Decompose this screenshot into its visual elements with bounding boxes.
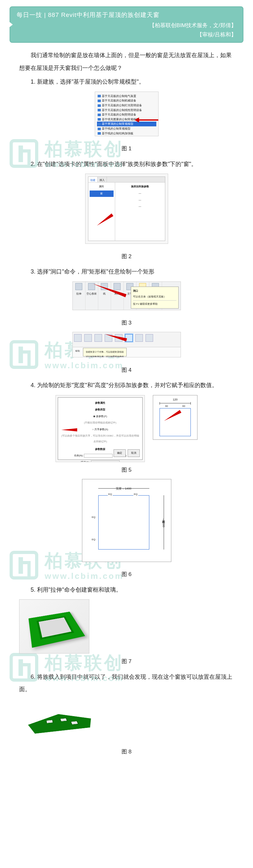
fig4-section: 绘制 [73,347,82,357]
fig2-panel-title: 族类别和族参数 [117,184,164,190]
step-5: 5. 利用"拉伸"命令创建窗框和玻璃。 [19,584,234,596]
figure-1-caption: 图 1 [19,143,234,154]
figure-7-image [19,599,89,654]
fig2-tab-create: 创建 [88,177,98,182]
figure-3-caption: 图 3 [19,317,234,329]
fig5-group1: 参数类型 [61,407,140,413]
fig5-radio2-note: (可以由多个项目和族共享，可以导出到 ODBC，并且可以出现在明细表和标记中) [61,433,140,444]
fig3-tooltip: 洞口 可以在主体（如墙或天花板） 按 F1 键获得更多帮助 [131,286,179,309]
figure-3-image: 拉伸空心形状线构件文字洞口模型组 洞口 可以在主体（如墙或天花板） 按 F1 键… [72,281,181,310]
fig6-eq-1: EQ [108,491,113,497]
fig1-template-item: 基于屋顶的公制常规模型 [97,122,156,126]
figure-3: 拉伸空心形状线构件文字洞口模型组 洞口 可以在主体（如墙或天花板） 按 F1 键… [19,281,234,315]
figure-4-image: 绘制 创建矩形 2 个对角，可以创建矩形线链 可以绘制矩形边界，可以绘图要绘曲线 [72,332,181,358]
fig6-eq-4: EQ [91,537,96,542]
figure-5-caption: 图 5 [19,464,234,476]
figure-2-caption: 图 2 [19,250,234,262]
fig1-template-item: 基于天花板的公制电气装置 [97,94,156,99]
fig2-tab-insert: 插入 [98,177,107,182]
figure-2: 创建 插入 属性 窗 族类别和族参数 ——— [19,174,234,249]
figure-5-sketch: 120 60 60 [153,395,197,440]
fig3-tooltip-line1: 可以在主体（如墙或天花板） [133,294,177,300]
step-4: 4. 为绘制的矩形"宽度"和"高度"分别添加族参数，并对它赋予相应的数值。 [19,379,234,392]
figure-5: 参数属性 参数类型 ◉ 族参数(F) (不能出现在明细表或标记中) ○ 共享参数… [19,395,234,462]
step-3: 3. 选择"洞口"命令，用"矩形框"任意绘制一个矩形 [19,266,234,278]
figure-5-dialog: 参数属性 参数类型 ◉ 族参数(F) (不能出现在明细表或标记中) ○ 共享参数… [56,395,145,462]
fig5-radio1-note: (不能出现在明细表或标记中) [61,420,140,426]
figure-6: 宽度 = 1400 高度 = 1600 EQ EQ EQ EQ [19,479,234,567]
figure-2-image: 创建 插入 属性 窗 族类别和族参数 ——— [85,174,168,244]
figure-4-caption: 图 4 [19,364,234,376]
fig6-eq-2: EQ [133,491,138,497]
fig3-tooltip-line2: 按 F1 键获得更多帮助 [133,300,177,307]
fig5-dialog-title: 参数属性 [61,400,140,406]
figure-1: 基于天花板的公制电气装置基于天花板的公制机械设备基于天花板的公制灯光照明设备基于… [19,92,234,141]
step-1: 1. 新建族，选择"基于屋顶的公制常规模型"。 [19,75,234,88]
fig5-cancel: 取消 [128,449,140,457]
article-reviewer: 【审核/吕栋和】 [17,31,236,38]
fig1-template-item: 基于线的公制常规模型 [97,126,156,131]
fig1-template-item: 基于天花板的公制线性照明设备 [97,108,156,113]
fig6-eq-3: EQ [91,515,96,520]
title-banner: 每日一技 | 887 Revit中利用基于屋顶的族创建天窗 【柏慕联创BIM技术… [9,6,244,43]
fig4-tooltip-2: 可以绘制矩形边界，可以绘图要绘曲线 [86,354,124,358]
fig1-template-item: 基于线的公制结构加强板 [97,131,156,136]
fig2-props: 属性 [90,184,114,190]
fig3-tooltip-title: 洞口 [133,288,177,294]
fig5-ok: 确定 [114,449,126,457]
figure-7-caption: 图 7 [19,655,234,667]
fig5-radio1: 族参数(F) [96,415,107,418]
fig2-selected-window: 窗 [90,190,114,197]
fig3-ribbon-button: 拉伸 [73,282,86,310]
figure-8-image [19,699,102,744]
figure-8 [19,699,234,744]
figure-4: 绘制 创建矩形 2 个对角，可以创建矩形线链 可以绘制矩形边界，可以绘图要绘曲线 [19,332,234,362]
step-6: 6. 将族载入到项目中就可以了，我们就会发现，现在这个窗族可以放置在屋顶上面。 [19,671,234,696]
fig1-template-item: 基于天花板的公制照明设备 [97,112,156,117]
fig5-disc-label: 规程(D): [81,461,90,462]
figure-8-caption: 图 8 [19,746,234,757]
figure-7 [19,599,234,654]
figure-6-caption: 图 6 [19,568,234,580]
step-2: 2. 在"创建"选项卡的"属性"面板中选择"族类别和族参数"下的"窗"。 [19,158,234,171]
figure-6-image: 宽度 = 1400 高度 = 1600 EQ EQ EQ EQ [82,479,171,562]
fig1-template-item: 基于天花板的公制灯光照明设备 [97,103,156,108]
fig6-width: 宽度 = 1400 [116,487,131,490]
fig5-name-label: 名称(N): [74,454,83,457]
fig1-template-item: 自适应公制常规模型 [97,135,156,136]
figure-1-image: 基于天花板的公制电气装置基于天花板的公制机械设备基于天花板的公制灯光照明设备基于… [95,92,159,136]
fig4-tooltip-1: 创建矩形 2 个对角，可以创建矩形线链 [86,349,124,354]
intro-paragraph: 我们通常绘制的窗是放在墙体上面的，但是一般的窗是无法放置在屋顶上，如果想要在屋顶… [19,49,234,74]
fig5-radio2: 共享参数(S) [94,428,108,431]
article-title: 每日一技 | 887 Revit中利用基于屋顶的族创建天窗 [17,11,236,19]
article-author: 【柏慕联创BIM技术服务，文/郑倩】 [17,22,236,29]
article-body: 我们通常绘制的窗是放在墙体上面的，但是一般的窗是无法放置在屋顶上，如果想要在屋顶… [0,49,253,774]
fig1-template-item: 基于天花板的公制机械设备 [97,98,156,103]
